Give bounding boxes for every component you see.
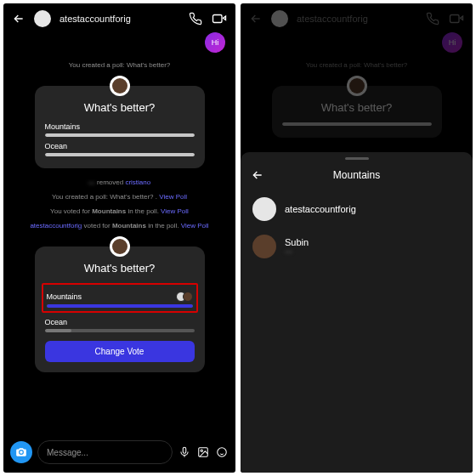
video-icon <box>449 11 464 26</box>
svg-point-3 <box>201 450 202 451</box>
svg-rect-1 <box>183 447 186 453</box>
voter-avatar <box>252 235 276 258</box>
voter-avatar <box>252 197 276 221</box>
system-message: — removed cristiano <box>3 175 235 190</box>
system-message: You created a poll: What's better? . Vie… <box>3 190 235 204</box>
poll-option[interactable]: Mountains <box>45 122 195 137</box>
svg-rect-0 <box>213 15 223 23</box>
voters-sheet: Mountains atestaccountforig Subin — <box>241 152 473 473</box>
system-message: atestaccountforig voted for Mountains in… <box>3 218 235 233</box>
sheet-title: Mountains <box>251 169 462 181</box>
poll-option-label: Ocean <box>45 142 195 150</box>
message-composer: Message... <box>3 435 235 473</box>
system-message: You created a poll: What's better? <box>3 58 235 72</box>
poll-card-voted: What's better? Mountains Ocean Change Vo… <box>3 233 235 379</box>
call-icon[interactable] <box>188 11 203 26</box>
avatar <box>271 10 288 27</box>
poll-option[interactable]: Ocean <box>45 318 195 332</box>
poll-option[interactable]: Mountains <box>47 292 193 308</box>
gallery-icon[interactable] <box>196 445 210 459</box>
poll-option-label: Mountains <box>47 292 82 301</box>
highlight-annotation: Mountains <box>42 283 198 313</box>
poll-card: What's better? <box>241 72 473 144</box>
voter-subtitle: — <box>285 247 309 256</box>
back-icon <box>249 12 263 26</box>
change-vote-button[interactable]: Change Vote <box>45 341 195 362</box>
poll-option[interactable]: Ocean <box>45 142 195 156</box>
poll-creator-avatar <box>110 76 130 96</box>
view-poll-link[interactable]: View Poll <box>181 222 209 230</box>
poll-question: What's better? <box>45 262 195 275</box>
poll-voters[interactable] <box>176 292 193 302</box>
voter-name: atestaccountforig <box>285 204 356 214</box>
voter-name: Subin <box>285 237 309 247</box>
view-poll-link[interactable]: View Poll <box>161 207 189 215</box>
left-screenshot: atestaccountforig Hi You created a poll:… <box>3 3 235 473</box>
svg-rect-4 <box>450 15 460 23</box>
call-icon <box>425 11 440 26</box>
poll-option-label: Mountains <box>45 122 195 131</box>
chat-username[interactable]: atestaccountforig <box>60 14 179 24</box>
system-message: You created a poll: What's better? <box>241 58 473 72</box>
poll-question: What's better? <box>45 101 195 114</box>
view-poll-link[interactable]: View Poll <box>159 193 187 201</box>
video-icon[interactable] <box>212 11 227 26</box>
voter-row[interactable]: Subin — <box>241 228 473 265</box>
chat-header: atestaccountforig <box>3 3 235 32</box>
poll-creator-avatar <box>110 236 130 257</box>
mic-icon[interactable] <box>178 445 191 459</box>
poll-option-label: Ocean <box>45 318 195 326</box>
message-input[interactable]: Message... <box>37 440 173 464</box>
chat-username: atestaccountforig <box>297 14 416 24</box>
voter-row[interactable]: atestaccountforig <box>241 190 473 228</box>
chat-header: atestaccountforig <box>241 3 473 32</box>
hi-badge: Hi <box>442 32 462 53</box>
camera-button[interactable] <box>10 441 32 463</box>
hi-badge: Hi <box>205 32 225 53</box>
avatar[interactable] <box>34 10 51 27</box>
poll-card: What's better? Mountains Ocean <box>3 72 235 175</box>
right-screenshot: atestaccountforig Hi You created a poll:… <box>241 3 473 473</box>
system-message: You voted for Mountains in the poll. Vie… <box>3 204 235 218</box>
sticker-icon[interactable] <box>215 445 229 459</box>
poll-question: What's better? <box>282 101 432 114</box>
back-icon[interactable] <box>12 12 26 26</box>
